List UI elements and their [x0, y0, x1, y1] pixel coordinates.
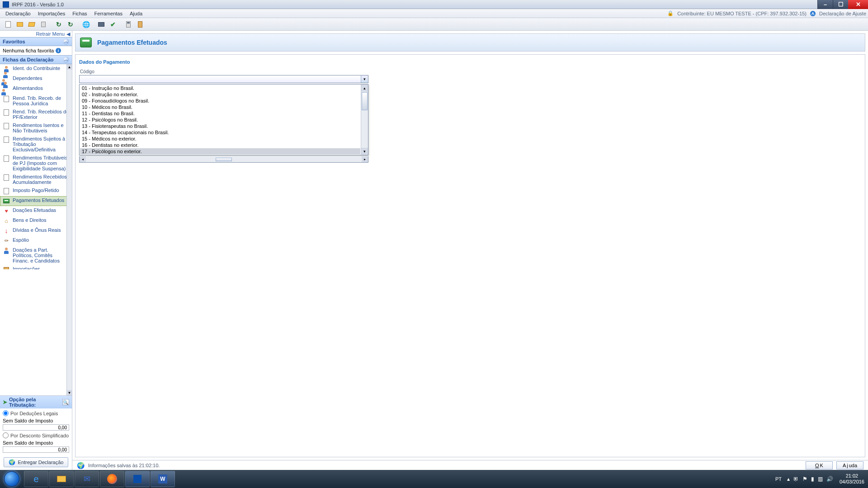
taskbar-thunderbird[interactable]: ✉: [75, 471, 99, 487]
sidebar-item[interactable]: ♥Doações Efetuadas: [0, 206, 72, 216]
toolbar-refresh2-button[interactable]: ↻: [65, 19, 76, 29]
retrair-menu[interactable]: Retrair Menu: [36, 31, 65, 37]
tray-power-icon[interactable]: ▮: [811, 476, 814, 482]
dropdown-option[interactable]: 09 - Fonoaudiólogos no Brasil.: [80, 98, 360, 104]
scroll-down-icon[interactable]: ▼: [67, 390, 72, 395]
ajuda-button[interactable]: Ajuda: [836, 461, 863, 469]
toolbar-check-button[interactable]: ✔: [108, 19, 118, 29]
collapse-icon[interactable]: ◀: [66, 31, 70, 37]
dropdown-option[interactable]: 12 - Psicólogos no Brasil.: [80, 117, 360, 123]
toolbar-calc-button[interactable]: [123, 19, 134, 29]
card-icon: [80, 38, 92, 47]
word-icon: W: [158, 474, 167, 483]
dropdown-option[interactable]: 11 - Dentistas no Brasil.: [80, 110, 360, 117]
tray-volume-icon[interactable]: 🔊: [826, 476, 833, 482]
taskbar-irpf[interactable]: [125, 471, 150, 487]
sidebar-item[interactable]: Dependentes: [0, 74, 72, 84]
minimize-button[interactable]: –: [817, 0, 833, 9]
lang-indicator[interactable]: PT: [774, 476, 783, 482]
scroll-right-icon[interactable]: ▸: [362, 156, 368, 162]
doc-icon: [3, 109, 10, 116]
scroll-thumb[interactable]: [362, 92, 368, 110]
taskbar: e ✉ W PT ▴ ⛨ ⚑ ▮ ▥ 🔊 21:02 04/03/2016: [0, 470, 868, 488]
maximize-button[interactable]: ☐: [833, 0, 848, 9]
dropdown-option[interactable]: 01 - Instrução no Brasil.: [80, 85, 360, 91]
clock[interactable]: 21:02 04/03/2016: [837, 473, 864, 485]
scroll-left-icon[interactable]: ◂: [80, 156, 86, 162]
close-button[interactable]: ✕: [848, 0, 868, 9]
tray-network-icon[interactable]: ▥: [818, 476, 823, 482]
scroll-down-icon[interactable]: ▾: [361, 148, 368, 155]
toolbar-openfolder-button[interactable]: [26, 19, 37, 29]
toolbar-refresh-button[interactable]: ↻: [53, 19, 64, 29]
codigo-combobox[interactable]: ▾: [79, 75, 368, 83]
sidebar-item[interactable]: ↓Dívidas e Ônus Reais: [0, 226, 72, 236]
favoritos-empty-label: Nenhuma ficha favorita: [3, 48, 54, 53]
toolbar-delete-button[interactable]: [38, 19, 49, 29]
dropdown-option[interactable]: 15 - Médicos no exterior.: [80, 136, 360, 142]
start-button[interactable]: [0, 470, 24, 488]
sidebar-item[interactable]: Importações: [0, 265, 72, 269]
sidebar-scrollbar[interactable]: ▲ ▼: [66, 64, 72, 395]
menu-fichas[interactable]: Fichas: [69, 10, 90, 17]
sidebar-item[interactable]: ⌂Bens e Direitos: [0, 216, 72, 226]
taskbar-explorer[interactable]: [49, 471, 74, 487]
menu-ferramentas[interactable]: Ferramentas: [91, 10, 126, 17]
favoritos-header[interactable]: Favoritos ︿: [0, 37, 72, 46]
dropdown-option[interactable]: 10 - Médicos no Brasil.: [80, 104, 360, 110]
dropdown-option[interactable]: 14 - Terapeutas ocupacionais no Brasil.: [80, 129, 360, 136]
dropdown-option[interactable]: 13 - Fisioterapeutas no Brasil.: [80, 123, 360, 129]
toolbar-globe-button[interactable]: 🌐: [80, 19, 91, 29]
scroll-up-icon[interactable]: ▴: [361, 84, 368, 92]
sidebar-item[interactable]: Alimentandos: [0, 84, 72, 94]
sidebar-item-label: Rend. Trib. Receb. de Pessoa Jurídica: [13, 95, 69, 106]
print-icon: [98, 22, 104, 27]
entregar-button[interactable]: 🌍 Entregar Declaração: [4, 457, 69, 467]
info-icon[interactable]: i: [56, 48, 61, 53]
scroll-up-icon[interactable]: ▲: [67, 64, 72, 70]
chevron-down-icon[interactable]: ▾: [361, 75, 368, 83]
sidebar-item[interactable]: ⚰Espólio: [0, 236, 72, 246]
tributacao-title: Opção pela Tributação:: [9, 397, 61, 408]
sidebar-item[interactable]: Imposto Pago/Retido: [0, 186, 72, 196]
dropdown-option[interactable]: 02 - Instrução no exterior.: [80, 91, 360, 98]
doc-icon: [3, 174, 10, 181]
toolbar-print-button[interactable]: [96, 19, 107, 29]
card-icon: [3, 197, 10, 205]
menu-declaracao[interactable]: Declaração: [2, 10, 34, 17]
folder-icon: [17, 22, 23, 27]
dropdown-option[interactable]: 16 - Dentistas no exterior.: [80, 142, 360, 148]
radio-simplificado[interactable]: [3, 432, 9, 438]
gear-icon: ➤: [3, 399, 7, 405]
sidebar-item[interactable]: Rendimentos Isentos e Não Tributáveis: [0, 121, 72, 135]
dropdown-scrollbar[interactable]: ▴ ▾: [361, 84, 368, 155]
tray-flag-icon[interactable]: ⚑: [802, 476, 807, 482]
sidebar-item[interactable]: Doações a Part. Políticos, Comitês Finan…: [0, 246, 72, 265]
tray-shield-icon[interactable]: ⛨: [793, 476, 799, 482]
toolbar-open-button[interactable]: [14, 19, 25, 29]
dropdown-option[interactable]: 17 - Psicólogos no exterior.: [80, 148, 360, 155]
sidebar-item[interactable]: Rendimentos Tributáveis de PJ (Imposto c…: [0, 154, 72, 173]
taskbar-firefox[interactable]: [100, 471, 124, 487]
ok-button[interactable]: OOKK: [806, 461, 833, 469]
sidebar-item-label: Espólio: [13, 237, 29, 243]
toolbar-new-button[interactable]: [3, 19, 14, 29]
menu-importacoes[interactable]: Importações: [34, 10, 69, 17]
toolbar-note-button[interactable]: [135, 19, 146, 29]
radio-deducoes[interactable]: [3, 410, 9, 416]
sidebar-item[interactable]: Rend. Trib. Receb. de Pessoa Jurídica: [0, 94, 72, 108]
fichas-header[interactable]: Fichas da Declaração ︿: [0, 55, 72, 64]
sidebar-item[interactable]: Pagamentos Efetuados: [0, 196, 72, 206]
menu-ajuda[interactable]: Ajuda: [126, 10, 146, 17]
sidebar-item[interactable]: Rendimentos Recebidos Acumuladamente: [0, 173, 72, 186]
tray-up-icon[interactable]: ▴: [787, 476, 790, 482]
taskbar-word[interactable]: W: [151, 471, 175, 487]
scroll-thumb[interactable]: [216, 158, 232, 161]
sidebar-item[interactable]: Ident. do Contribuinte: [0, 64, 72, 74]
sidebar-item[interactable]: Rend. Trib. Recebidos de PF/Exterior: [0, 108, 72, 121]
opt-simplificado-label: Por Desconto Simplificado: [10, 433, 69, 438]
search-button[interactable]: 🔍: [62, 399, 69, 405]
sidebar-item[interactable]: Rendimentos Sujeitos à Tributação Exclus…: [0, 135, 72, 154]
dropdown-hscrollbar[interactable]: ◂ ▸: [79, 156, 368, 163]
taskbar-ie[interactable]: e: [24, 471, 48, 487]
